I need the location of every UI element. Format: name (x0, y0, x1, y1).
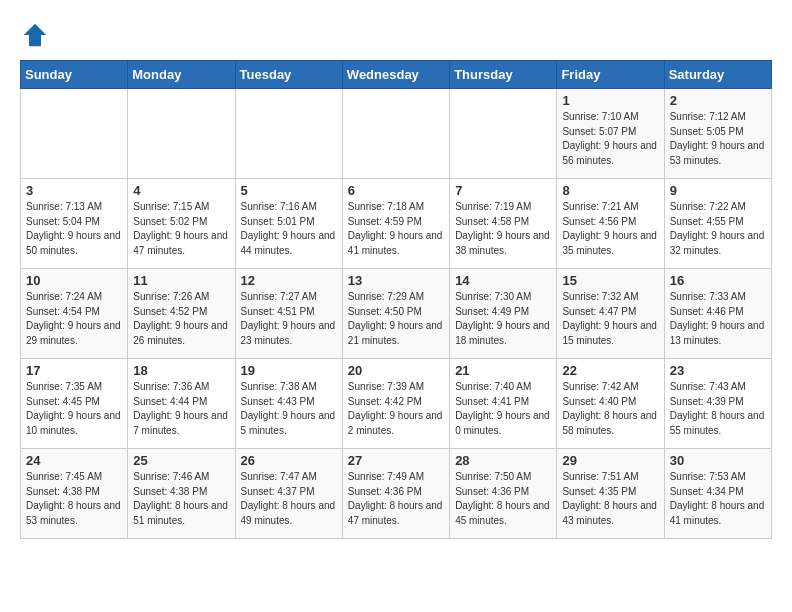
calendar-week-4: 17Sunrise: 7:35 AM Sunset: 4:45 PM Dayli… (21, 359, 772, 449)
day-number: 28 (455, 453, 551, 468)
day-info: Sunrise: 7:39 AM Sunset: 4:42 PM Dayligh… (348, 380, 444, 438)
calendar-cell (21, 89, 128, 179)
calendar-cell: 25Sunrise: 7:46 AM Sunset: 4:38 PM Dayli… (128, 449, 235, 539)
day-number: 24 (26, 453, 122, 468)
day-info: Sunrise: 7:18 AM Sunset: 4:59 PM Dayligh… (348, 200, 444, 258)
calendar-cell: 29Sunrise: 7:51 AM Sunset: 4:35 PM Dayli… (557, 449, 664, 539)
day-info: Sunrise: 7:13 AM Sunset: 5:04 PM Dayligh… (26, 200, 122, 258)
day-info: Sunrise: 7:50 AM Sunset: 4:36 PM Dayligh… (455, 470, 551, 528)
day-header-saturday: Saturday (664, 61, 771, 89)
calendar-cell: 14Sunrise: 7:30 AM Sunset: 4:49 PM Dayli… (450, 269, 557, 359)
logo-icon (20, 20, 50, 50)
day-info: Sunrise: 7:21 AM Sunset: 4:56 PM Dayligh… (562, 200, 658, 258)
calendar-cell: 22Sunrise: 7:42 AM Sunset: 4:40 PM Dayli… (557, 359, 664, 449)
day-number: 22 (562, 363, 658, 378)
day-number: 19 (241, 363, 337, 378)
day-number: 14 (455, 273, 551, 288)
day-number: 30 (670, 453, 766, 468)
day-number: 17 (26, 363, 122, 378)
calendar-cell: 20Sunrise: 7:39 AM Sunset: 4:42 PM Dayli… (342, 359, 449, 449)
day-header-friday: Friday (557, 61, 664, 89)
calendar-cell: 30Sunrise: 7:53 AM Sunset: 4:34 PM Dayli… (664, 449, 771, 539)
calendar-cell: 17Sunrise: 7:35 AM Sunset: 4:45 PM Dayli… (21, 359, 128, 449)
calendar-cell: 8Sunrise: 7:21 AM Sunset: 4:56 PM Daylig… (557, 179, 664, 269)
day-number: 9 (670, 183, 766, 198)
calendar-cell: 11Sunrise: 7:26 AM Sunset: 4:52 PM Dayli… (128, 269, 235, 359)
day-header-wednesday: Wednesday (342, 61, 449, 89)
day-number: 16 (670, 273, 766, 288)
calendar-cell: 15Sunrise: 7:32 AM Sunset: 4:47 PM Dayli… (557, 269, 664, 359)
logo (20, 20, 54, 50)
day-number: 21 (455, 363, 551, 378)
day-info: Sunrise: 7:12 AM Sunset: 5:05 PM Dayligh… (670, 110, 766, 168)
day-info: Sunrise: 7:19 AM Sunset: 4:58 PM Dayligh… (455, 200, 551, 258)
calendar-cell: 2Sunrise: 7:12 AM Sunset: 5:05 PM Daylig… (664, 89, 771, 179)
header-row: SundayMondayTuesdayWednesdayThursdayFrid… (21, 61, 772, 89)
day-number: 23 (670, 363, 766, 378)
day-number: 10 (26, 273, 122, 288)
day-number: 2 (670, 93, 766, 108)
calendar-cell: 6Sunrise: 7:18 AM Sunset: 4:59 PM Daylig… (342, 179, 449, 269)
day-info: Sunrise: 7:35 AM Sunset: 4:45 PM Dayligh… (26, 380, 122, 438)
day-number: 1 (562, 93, 658, 108)
day-number: 7 (455, 183, 551, 198)
day-info: Sunrise: 7:10 AM Sunset: 5:07 PM Dayligh… (562, 110, 658, 168)
calendar-cell: 23Sunrise: 7:43 AM Sunset: 4:39 PM Dayli… (664, 359, 771, 449)
calendar-cell: 27Sunrise: 7:49 AM Sunset: 4:36 PM Dayli… (342, 449, 449, 539)
day-info: Sunrise: 7:26 AM Sunset: 4:52 PM Dayligh… (133, 290, 229, 348)
calendar-cell: 26Sunrise: 7:47 AM Sunset: 4:37 PM Dayli… (235, 449, 342, 539)
calendar-cell: 19Sunrise: 7:38 AM Sunset: 4:43 PM Dayli… (235, 359, 342, 449)
calendar-table: SundayMondayTuesdayWednesdayThursdayFrid… (20, 60, 772, 539)
day-info: Sunrise: 7:27 AM Sunset: 4:51 PM Dayligh… (241, 290, 337, 348)
day-header-monday: Monday (128, 61, 235, 89)
svg-marker-0 (24, 24, 47, 47)
day-header-sunday: Sunday (21, 61, 128, 89)
calendar-week-3: 10Sunrise: 7:24 AM Sunset: 4:54 PM Dayli… (21, 269, 772, 359)
calendar-week-2: 3Sunrise: 7:13 AM Sunset: 5:04 PM Daylig… (21, 179, 772, 269)
day-number: 27 (348, 453, 444, 468)
day-info: Sunrise: 7:22 AM Sunset: 4:55 PM Dayligh… (670, 200, 766, 258)
calendar-cell: 10Sunrise: 7:24 AM Sunset: 4:54 PM Dayli… (21, 269, 128, 359)
page-header (20, 20, 772, 50)
calendar-cell: 7Sunrise: 7:19 AM Sunset: 4:58 PM Daylig… (450, 179, 557, 269)
day-number: 15 (562, 273, 658, 288)
calendar-cell: 5Sunrise: 7:16 AM Sunset: 5:01 PM Daylig… (235, 179, 342, 269)
calendar-cell: 21Sunrise: 7:40 AM Sunset: 4:41 PM Dayli… (450, 359, 557, 449)
day-number: 29 (562, 453, 658, 468)
calendar-cell: 12Sunrise: 7:27 AM Sunset: 4:51 PM Dayli… (235, 269, 342, 359)
day-info: Sunrise: 7:51 AM Sunset: 4:35 PM Dayligh… (562, 470, 658, 528)
calendar-cell (342, 89, 449, 179)
day-info: Sunrise: 7:30 AM Sunset: 4:49 PM Dayligh… (455, 290, 551, 348)
day-info: Sunrise: 7:45 AM Sunset: 4:38 PM Dayligh… (26, 470, 122, 528)
calendar-week-1: 1Sunrise: 7:10 AM Sunset: 5:07 PM Daylig… (21, 89, 772, 179)
calendar-cell: 16Sunrise: 7:33 AM Sunset: 4:46 PM Dayli… (664, 269, 771, 359)
day-number: 26 (241, 453, 337, 468)
calendar-cell: 28Sunrise: 7:50 AM Sunset: 4:36 PM Dayli… (450, 449, 557, 539)
day-number: 13 (348, 273, 444, 288)
calendar-cell: 9Sunrise: 7:22 AM Sunset: 4:55 PM Daylig… (664, 179, 771, 269)
calendar-cell: 4Sunrise: 7:15 AM Sunset: 5:02 PM Daylig… (128, 179, 235, 269)
calendar-cell (128, 89, 235, 179)
day-info: Sunrise: 7:33 AM Sunset: 4:46 PM Dayligh… (670, 290, 766, 348)
day-number: 11 (133, 273, 229, 288)
day-info: Sunrise: 7:32 AM Sunset: 4:47 PM Dayligh… (562, 290, 658, 348)
day-info: Sunrise: 7:46 AM Sunset: 4:38 PM Dayligh… (133, 470, 229, 528)
day-info: Sunrise: 7:47 AM Sunset: 4:37 PM Dayligh… (241, 470, 337, 528)
day-info: Sunrise: 7:42 AM Sunset: 4:40 PM Dayligh… (562, 380, 658, 438)
calendar-cell: 3Sunrise: 7:13 AM Sunset: 5:04 PM Daylig… (21, 179, 128, 269)
day-info: Sunrise: 7:16 AM Sunset: 5:01 PM Dayligh… (241, 200, 337, 258)
calendar-cell: 1Sunrise: 7:10 AM Sunset: 5:07 PM Daylig… (557, 89, 664, 179)
day-info: Sunrise: 7:49 AM Sunset: 4:36 PM Dayligh… (348, 470, 444, 528)
day-info: Sunrise: 7:15 AM Sunset: 5:02 PM Dayligh… (133, 200, 229, 258)
day-number: 4 (133, 183, 229, 198)
day-header-tuesday: Tuesday (235, 61, 342, 89)
day-info: Sunrise: 7:24 AM Sunset: 4:54 PM Dayligh… (26, 290, 122, 348)
calendar-cell: 13Sunrise: 7:29 AM Sunset: 4:50 PM Dayli… (342, 269, 449, 359)
day-number: 25 (133, 453, 229, 468)
day-number: 20 (348, 363, 444, 378)
day-number: 6 (348, 183, 444, 198)
day-number: 18 (133, 363, 229, 378)
day-info: Sunrise: 7:53 AM Sunset: 4:34 PM Dayligh… (670, 470, 766, 528)
calendar-cell: 18Sunrise: 7:36 AM Sunset: 4:44 PM Dayli… (128, 359, 235, 449)
calendar-cell (450, 89, 557, 179)
